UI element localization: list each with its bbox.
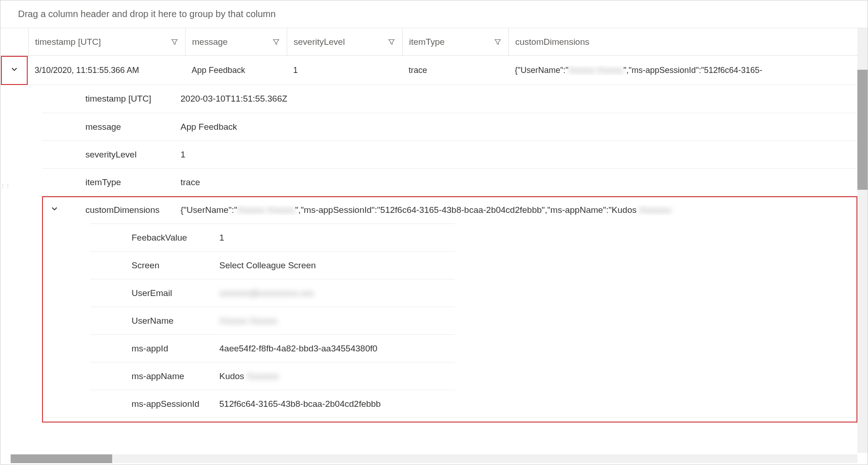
nested-row: UserEmail xxxxxxx@xxxxxxxxx.xxx bbox=[90, 279, 455, 307]
panel-drag-handle[interactable]: ⋮⋮ bbox=[0, 185, 6, 196]
nested-value: Xxxxxx Xxxxxx bbox=[219, 316, 455, 326]
cell-message: App Feedback bbox=[185, 66, 287, 75]
nested-row: Screen Select Colleague Screen bbox=[90, 251, 455, 279]
vertical-scrollbar[interactable] bbox=[857, 28, 868, 453]
detail-key: severityLevel bbox=[42, 150, 181, 160]
detail-row-severitylevel: severityLevel 1 bbox=[42, 140, 868, 168]
nested-key: UserEmail bbox=[90, 288, 219, 298]
header-message[interactable]: message bbox=[185, 28, 287, 55]
scrollbar-thumb[interactable] bbox=[11, 454, 112, 463]
column-headers: timestamp [UTC] message severityLevel it… bbox=[0, 28, 868, 56]
redacted-text: Xxxxxx Xxxxxx bbox=[237, 205, 295, 215]
nested-row: FeebackValue 1 bbox=[90, 223, 455, 251]
nested-key: FeebackValue bbox=[90, 233, 219, 243]
nested-value: xxxxxxx@xxxxxxxxx.xxx bbox=[219, 288, 455, 298]
detail-value: trace bbox=[181, 177, 868, 187]
nested-value: 512f6c64-3165-43b8-bcaa-2b04cd2febbb bbox=[219, 399, 455, 409]
row-detail-panel: timestamp [UTC] 2020-03-10T11:51:55.366Z… bbox=[42, 85, 868, 418]
nested-key: ms-appName bbox=[90, 371, 219, 381]
grouping-drop-area[interactable]: Drag a column header and drop it here to… bbox=[0, 0, 868, 28]
scrollbar-thumb[interactable] bbox=[857, 70, 868, 190]
filter-icon[interactable] bbox=[387, 38, 396, 46]
customdimensions-prefix: {"UserName":" bbox=[181, 205, 237, 215]
redacted-text: Xxxxxxx bbox=[639, 205, 671, 215]
cell-severitylevel-value: 1 bbox=[293, 66, 298, 75]
header-customdimensions-label: customDimensions bbox=[515, 37, 590, 47]
header-itemtype-label: itemType bbox=[409, 37, 445, 47]
detail-row-timestamp: timestamp [UTC] 2020-03-10T11:51:55.366Z bbox=[42, 85, 868, 113]
redacted-text: Xxxxxx Xxxxxx bbox=[219, 316, 277, 326]
detail-value: {"UserName":"Xxxxxx Xxxxxx","ms-appSessi… bbox=[181, 205, 868, 215]
filter-icon[interactable] bbox=[170, 38, 179, 46]
nested-value: 1 bbox=[219, 233, 455, 243]
redacted-text: xxxxxxx@xxxxxxxxx.xxx bbox=[219, 288, 314, 298]
header-severitylevel[interactable]: severityLevel bbox=[287, 28, 402, 55]
detail-value: 1 bbox=[181, 150, 868, 160]
expand-column-header bbox=[0, 28, 28, 55]
nested-row: ms-appId 4aee54f2-f8fb-4a82-bbd3-aa34554… bbox=[90, 334, 455, 362]
nested-key: UserName bbox=[90, 316, 219, 326]
nested-value: 4aee54f2-f8fb-4a82-bbd3-aa34554380f0 bbox=[219, 344, 455, 354]
detail-row-itemtype: itemType trace bbox=[42, 168, 868, 196]
results-grid: timestamp [UTC] message severityLevel it… bbox=[0, 28, 868, 465]
detail-key: message bbox=[42, 122, 181, 132]
nested-value: Select Colleague Screen bbox=[219, 260, 455, 271]
detail-row-customdimensions[interactable]: customDimensions {"UserName":"Xxxxxx Xxx… bbox=[42, 196, 868, 223]
expand-row-button[interactable] bbox=[0, 56, 28, 85]
cell-customdimensions: {"UserName":"Xxxxxx Xxxxxx","ms-appSessi… bbox=[508, 66, 868, 75]
detail-key: itemType bbox=[42, 177, 181, 187]
header-timestamp-label: timestamp [UTC] bbox=[35, 37, 101, 47]
customdimensions-nested: FeebackValue 1 Screen Select Colleague S… bbox=[90, 223, 455, 417]
cell-timestamp-value: 3/10/2020, 11:51:55.366 AM bbox=[35, 66, 139, 75]
nested-row: ms-appName Kudos Xxxxxxx bbox=[90, 362, 455, 390]
header-timestamp[interactable]: timestamp [UTC] bbox=[28, 28, 185, 55]
filter-icon[interactable] bbox=[272, 38, 280, 46]
table-row[interactable]: 3/10/2020, 11:51:55.366 AM App Feedback … bbox=[0, 56, 868, 85]
nested-value-prefix: Kudos bbox=[219, 371, 247, 381]
cell-message-value: App Feedback bbox=[192, 66, 245, 75]
cell-customdimensions-suffix: ","ms-appSessionId":"512f6c64-3165- bbox=[623, 66, 762, 75]
grouping-hint-text: Drag a column header and drop it here to… bbox=[18, 9, 276, 19]
header-message-label: message bbox=[192, 37, 228, 47]
header-severitylevel-label: severityLevel bbox=[294, 37, 345, 47]
nested-key: ms-appSessionId bbox=[90, 399, 219, 409]
results-panel: Drag a column header and drop it here to… bbox=[0, 0, 868, 465]
redacted-text: Xxxxxxx bbox=[247, 371, 279, 381]
horizontal-scrollbar[interactable] bbox=[0, 453, 857, 465]
nested-value: Kudos Xxxxxxx bbox=[219, 371, 455, 381]
detail-value: App Feedback bbox=[181, 122, 868, 132]
chevron-down-icon bbox=[50, 204, 59, 216]
filter-icon[interactable] bbox=[494, 38, 502, 46]
cell-timestamp: 3/10/2020, 11:51:55.366 AM bbox=[28, 66, 185, 75]
detail-key: timestamp [UTC] bbox=[42, 94, 181, 104]
header-customdimensions[interactable]: customDimensions bbox=[508, 28, 868, 55]
detail-value: 2020-03-10T11:51:55.366Z bbox=[181, 94, 868, 104]
customdimensions-mid: ","ms-appSessionId":"512f6c64-3165-43b8-… bbox=[295, 205, 639, 215]
nested-key: ms-appId bbox=[90, 344, 219, 354]
detail-row-message: message App Feedback bbox=[42, 113, 868, 140]
cell-itemtype: trace bbox=[402, 66, 508, 75]
header-itemtype[interactable]: itemType bbox=[402, 28, 508, 55]
cell-customdimensions-prefix: {"UserName":" bbox=[515, 66, 568, 75]
nested-row: ms-appSessionId 512f6c64-3165-43b8-bcaa-… bbox=[90, 390, 455, 417]
detail-key: customDimensions bbox=[67, 205, 181, 215]
cell-severitylevel: 1 bbox=[287, 66, 402, 75]
nested-key: Screen bbox=[90, 260, 219, 271]
scrollbar-track bbox=[11, 454, 857, 463]
expand-customdimensions-button[interactable] bbox=[42, 204, 67, 216]
chevron-down-icon bbox=[10, 65, 19, 76]
rows-container: 3/10/2020, 11:51:55.366 AM App Feedback … bbox=[0, 56, 868, 418]
nested-row: UserName Xxxxxx Xxxxxx bbox=[90, 307, 455, 334]
redacted-text: Xxxxxx Xxxxxx bbox=[568, 66, 623, 75]
cell-itemtype-value: trace bbox=[409, 66, 427, 75]
